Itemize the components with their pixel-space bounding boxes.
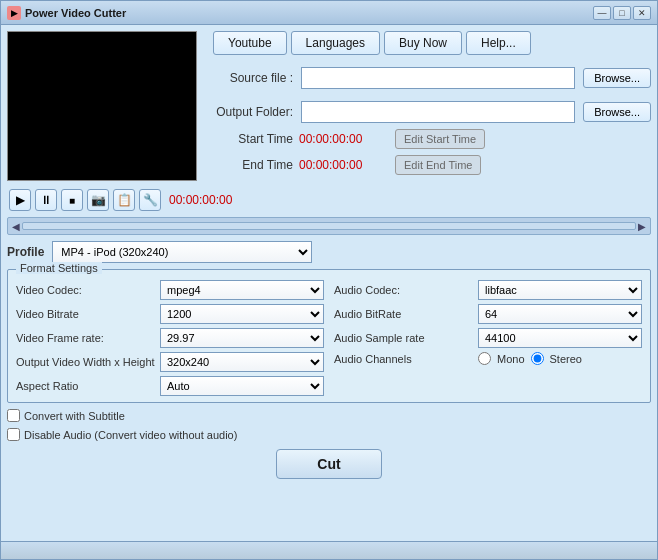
audio-codec-row: Audio Codec: libfaac mp3 aac [334, 280, 642, 300]
start-time-label: Start Time [203, 132, 293, 146]
output-size-label: Output Video Width x Height [16, 356, 156, 368]
seek-bar-container: ◀ ▶ [7, 217, 651, 235]
video-bitrate-select[interactable]: 1200 800 1500 2000 [160, 304, 324, 324]
status-bar [1, 541, 657, 559]
profile-row: Profile MP4 - iPod (320x240) AVI MP4 MP3 [7, 239, 651, 265]
title-bar-left: ▶ Power Video Cutter [7, 6, 126, 20]
subtitle-checkbox[interactable] [7, 409, 20, 422]
output-folder-input[interactable] [301, 101, 575, 123]
cut-button[interactable]: Cut [276, 449, 381, 479]
screenshot-button[interactable]: 📷 [87, 189, 109, 211]
format-left-col: Video Codec: mpeg4 libx264 mpeg2video Vi… [16, 280, 324, 396]
profile-select[interactable]: MP4 - iPod (320x240) AVI MP4 MP3 [52, 241, 312, 263]
minimize-button[interactable]: — [593, 6, 611, 20]
output-size-select[interactable]: 320x240 640x480 1280x720 [160, 352, 324, 372]
start-time-row: Start Time 00:00:00:00 Edit Start Time [203, 129, 651, 149]
title-bar: ▶ Power Video Cutter — □ ✕ [1, 1, 657, 25]
source-file-input[interactable] [301, 67, 575, 89]
edit-start-time-button[interactable]: Edit Start Time [395, 129, 485, 149]
audio-codec-label: Audio Codec: [334, 284, 474, 296]
edit-end-time-button[interactable]: Edit End Time [395, 155, 481, 175]
video-codec-label: Video Codec: [16, 284, 156, 296]
aspect-ratio-row: Aspect Ratio Auto 4:3 16:9 [16, 376, 324, 396]
audio-bitrate-select[interactable]: 64 128 192 256 [478, 304, 642, 324]
audio-channels-label: Audio Channels [334, 353, 474, 365]
output-browse-button[interactable]: Browse... [583, 102, 651, 122]
buy-now-button[interactable]: Buy Now [384, 31, 462, 55]
video-preview [7, 31, 197, 181]
video-framerate-select[interactable]: 29.97 25 30 24 [160, 328, 324, 348]
format-settings-box: Format Settings Video Codec: mpeg4 libx2… [7, 269, 651, 403]
camera-icon: 📷 [91, 193, 106, 207]
audio-codec-select[interactable]: libfaac mp3 aac [478, 280, 642, 300]
source-browse-button[interactable]: Browse... [583, 68, 651, 88]
video-framerate-row: Video Frame rate: 29.97 25 30 24 [16, 328, 324, 348]
clip-button[interactable]: 📋 [113, 189, 135, 211]
video-codec-select[interactable]: mpeg4 libx264 mpeg2video [160, 280, 324, 300]
clip-icon: 📋 [117, 193, 132, 207]
aspect-ratio-select[interactable]: Auto 4:3 16:9 [160, 376, 324, 396]
audio-samplerate-label: Audio Sample rate [334, 332, 474, 344]
start-time-value: 00:00:00:00 [299, 132, 389, 146]
main-content: Youtube Languages Buy Now Help... Source… [1, 25, 657, 541]
seek-left-arrow[interactable]: ◀ [12, 221, 20, 232]
mono-label: Mono [497, 353, 525, 365]
top-right: Youtube Languages Buy Now Help... Source… [203, 31, 651, 175]
disable-audio-checkbox-row: Disable Audio (Convert video without aud… [7, 428, 651, 441]
format-right-col: Audio Codec: libfaac mp3 aac Audio BitRa… [334, 280, 642, 396]
close-button[interactable]: ✕ [633, 6, 651, 20]
play-icon: ▶ [16, 193, 25, 207]
top-buttons: Youtube Languages Buy Now Help... [203, 31, 651, 55]
window-controls: — □ ✕ [593, 6, 651, 20]
end-time-label: End Time [203, 158, 293, 172]
pause-icon: ⏸ [40, 193, 52, 207]
audio-bitrate-row: Audio BitRate 64 128 192 256 [334, 304, 642, 324]
settings-button[interactable]: 🔧 [139, 189, 161, 211]
aspect-ratio-label: Aspect Ratio [16, 380, 156, 392]
video-bitrate-label: Video Bitrate [16, 308, 156, 320]
current-time-display: 00:00:00:00 [169, 193, 232, 207]
seek-right-arrow[interactable]: ▶ [638, 221, 646, 232]
output-folder-label: Output Folder: [203, 105, 293, 119]
format-settings-legend: Format Settings [16, 262, 102, 274]
mono-radio[interactable] [478, 352, 491, 365]
video-codec-row: Video Codec: mpeg4 libx264 mpeg2video [16, 280, 324, 300]
disable-audio-label: Disable Audio (Convert video without aud… [24, 429, 237, 441]
output-size-row: Output Video Width x Height 320x240 640x… [16, 352, 324, 372]
subtitle-label: Convert with Subtitle [24, 410, 125, 422]
video-framerate-label: Video Frame rate: [16, 332, 156, 344]
disable-audio-checkbox[interactable] [7, 428, 20, 441]
end-time-value: 00:00:00:00 [299, 158, 389, 172]
app-icon: ▶ [7, 6, 21, 20]
stereo-label: Stereo [550, 353, 582, 365]
source-file-row: Source file : Browse... [203, 67, 651, 89]
video-bitrate-row: Video Bitrate 1200 800 1500 2000 [16, 304, 324, 324]
controls-row: ▶ ⏸ ■ 📷 📋 🔧 00:00:00:00 [7, 185, 651, 213]
help-button[interactable]: Help... [466, 31, 531, 55]
profile-label: Profile [7, 245, 44, 259]
youtube-button[interactable]: Youtube [213, 31, 287, 55]
audio-channels-row: Audio Channels Mono Stereo [334, 352, 642, 365]
pause-button[interactable]: ⏸ [35, 189, 57, 211]
end-time-row: End Time 00:00:00:00 Edit End Time [203, 155, 651, 175]
subtitle-checkbox-row: Convert with Subtitle [7, 409, 651, 422]
maximize-button[interactable]: □ [613, 6, 631, 20]
main-window: ▶ Power Video Cutter — □ ✕ Youtube Langu… [0, 0, 658, 560]
audio-samplerate-select[interactable]: 44100 22050 48000 [478, 328, 642, 348]
output-folder-row: Output Folder: Browse... [203, 101, 651, 123]
stop-button[interactable]: ■ [61, 189, 83, 211]
seek-bar[interactable] [22, 222, 636, 230]
audio-samplerate-row: Audio Sample rate 44100 22050 48000 [334, 328, 642, 348]
play-button[interactable]: ▶ [9, 189, 31, 211]
stop-icon: ■ [69, 195, 75, 206]
format-inner: Video Codec: mpeg4 libx264 mpeg2video Vi… [16, 280, 642, 396]
audio-bitrate-label: Audio BitRate [334, 308, 474, 320]
audio-channels-radios: Mono Stereo [478, 352, 582, 365]
source-file-label: Source file : [203, 71, 293, 85]
top-row: Youtube Languages Buy Now Help... Source… [7, 31, 651, 181]
stereo-radio[interactable] [531, 352, 544, 365]
wrench-icon: 🔧 [143, 193, 158, 207]
window-title: Power Video Cutter [25, 7, 126, 19]
languages-button[interactable]: Languages [291, 31, 380, 55]
